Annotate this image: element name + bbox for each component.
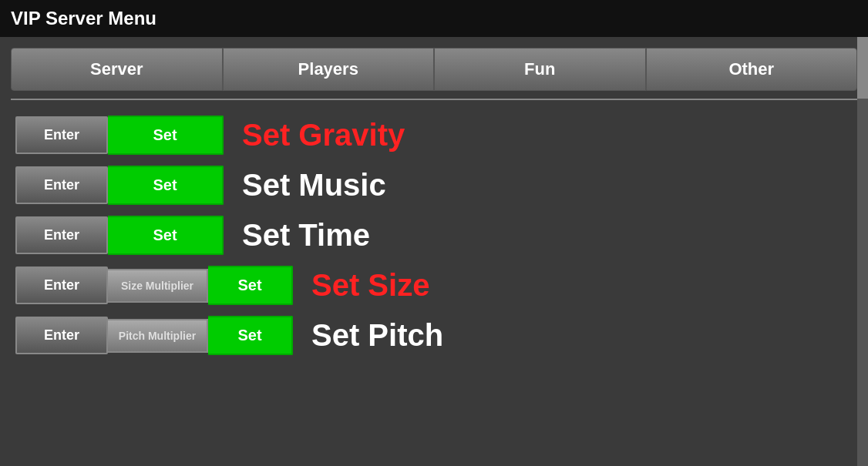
gravity-label: Set Gravity (242, 118, 405, 153)
tab-other[interactable]: Other (646, 48, 858, 91)
title-bar: VIP Server Menu (0, 0, 868, 37)
row-size: Enter Size Multiplier Set Set Size (15, 266, 853, 305)
pitch-label: Set Pitch (311, 318, 443, 353)
content-area: Enter Set Set Gravity Enter Set Set Musi… (0, 100, 868, 370)
enter-pitch-button[interactable]: Enter (15, 317, 108, 354)
tab-fun[interactable]: Fun (434, 48, 646, 91)
enter-time-button[interactable]: Enter (15, 216, 108, 254)
row-time: Enter Set Set Time (15, 216, 853, 255)
set-time-button[interactable]: Set (108, 216, 224, 255)
music-label: Set Music (242, 168, 386, 203)
scrollbar-thumb (857, 37, 868, 99)
tabs-container: Server Players Fun Other (0, 37, 868, 91)
size-multiplier-label: Size Multiplier (108, 269, 208, 303)
tab-server[interactable]: Server (11, 48, 223, 91)
pitch-multiplier-label: Pitch Multiplier (108, 319, 208, 353)
title-text: VIP Server Menu (11, 8, 156, 29)
enter-music-button[interactable]: Enter (15, 166, 108, 204)
enter-gravity-button[interactable]: Enter (15, 116, 108, 154)
size-label: Set Size (311, 268, 429, 303)
tab-players[interactable]: Players (223, 48, 435, 91)
row-gravity: Enter Set Set Gravity (15, 116, 853, 155)
set-pitch-button[interactable]: Set (208, 316, 293, 355)
time-label: Set Time (242, 218, 370, 253)
scrollbar[interactable] (857, 37, 868, 466)
set-music-button[interactable]: Set (108, 166, 224, 205)
row-pitch: Enter Pitch Multiplier Set Set Pitch (15, 316, 853, 355)
set-size-button[interactable]: Set (208, 266, 293, 305)
row-music: Enter Set Set Music (15, 166, 853, 205)
enter-size-button[interactable]: Enter (15, 267, 108, 304)
set-gravity-button[interactable]: Set (108, 116, 224, 155)
